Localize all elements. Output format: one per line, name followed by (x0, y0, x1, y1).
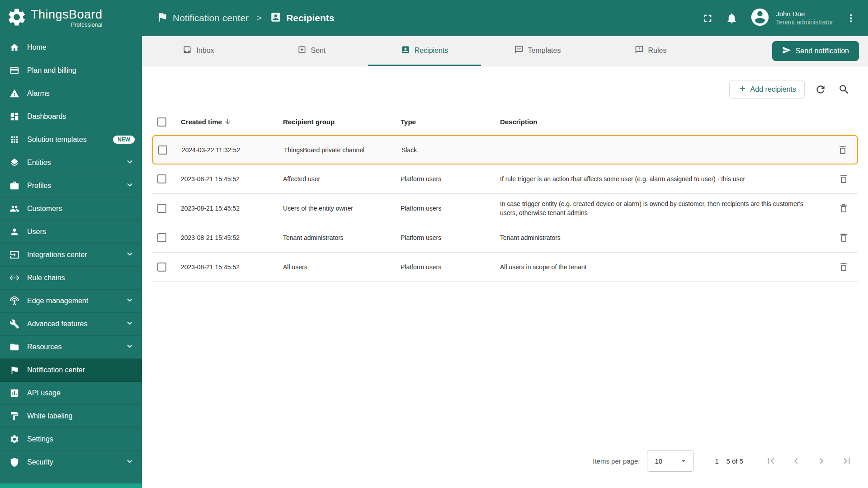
table-row[interactable]: 2023-08-21 15:45:52 Users of the entity … (152, 194, 858, 223)
breadcrumb-notification-center[interactable]: Notification center (156, 11, 249, 25)
thingsboard-logo-icon (6, 7, 27, 29)
cell-created-time: 2024-03-22 11:32:52 (182, 146, 284, 154)
cell-recipient-group: Tenant administrators (283, 234, 401, 241)
column-header-created-time[interactable]: Created time (181, 118, 283, 126)
select-all-checkbox[interactable] (157, 117, 166, 127)
recipients-panel: Add recipients Created time Recipient gr… (142, 66, 868, 488)
delete-icon[interactable] (835, 143, 850, 157)
row-checkbox[interactable] (157, 263, 166, 272)
sidebar-item-notification-center[interactable]: Notification center (0, 359, 142, 382)
gear-icon (9, 434, 20, 445)
sidebar-item-security[interactable]: Security (0, 451, 142, 474)
delete-icon[interactable] (836, 201, 851, 216)
sidebar-item-home[interactable]: Home (0, 36, 142, 59)
table-row[interactable]: 2024-03-22 11:32:52 ThingsBoard private … (152, 135, 858, 164)
refresh-icon[interactable] (813, 82, 828, 97)
input-icon (9, 249, 20, 260)
last-page-icon[interactable] (839, 453, 854, 469)
sidebar-item-label: Solution templates (27, 136, 106, 144)
sidebar-item-advanced-features[interactable]: Advanced features (0, 313, 142, 336)
tab-templates[interactable]: Templates (481, 36, 594, 66)
row-checkbox[interactable] (158, 145, 167, 155)
flag-icon (156, 11, 168, 25)
sidebar: ThingsBoard Professional Home Plan and b… (0, 0, 142, 488)
sidebar-item-label: Alarms (27, 89, 135, 98)
sidebar-item-label: Plan and billing (27, 66, 135, 75)
sidebar-item-label: Edge management (27, 297, 118, 305)
table-row[interactable]: 2023-08-21 15:45:52 All users Platform u… (152, 253, 858, 282)
cell-recipient-group: Affected user (283, 175, 401, 183)
home-icon (9, 42, 20, 53)
sidebar-item-label: Advanced features (27, 320, 118, 328)
person-icon (9, 226, 20, 237)
sidebar-item-dashboards[interactable]: Dashboards (0, 105, 142, 128)
user-menu[interactable]: John Doe Tenant administrator (750, 7, 833, 29)
items-per-page-select[interactable]: 10 (647, 450, 694, 472)
user-name: John Doe (776, 10, 833, 19)
templates-icon (514, 45, 524, 56)
sidebar-item-label: Users (27, 228, 135, 236)
table-row[interactable]: 2023-08-21 15:45:52 Affected user Platfo… (152, 164, 858, 194)
sidebar-item-rule-chains[interactable]: Rule chains (0, 267, 142, 290)
tab-label: Rules (648, 47, 667, 55)
sidebar-item-integrations-center[interactable]: Integrations center (0, 244, 142, 267)
tab-sent[interactable]: Sent (255, 36, 368, 66)
column-header-type[interactable]: Type (401, 118, 500, 126)
add-recipients-label: Add recipients (750, 85, 796, 94)
sidebar-item-solution-templates[interactable]: Solution templates NEW (0, 128, 142, 151)
flag-icon (9, 365, 20, 375)
first-page-icon[interactable] (763, 453, 778, 469)
delete-icon[interactable] (836, 230, 851, 245)
page-range-label: 1 – 5 of 5 (715, 457, 743, 465)
sidebar-scroll-indicator (0, 483, 142, 488)
sidebar-item-customers[interactable]: Customers (0, 197, 142, 221)
row-checkbox[interactable] (157, 174, 166, 183)
tools-icon (9, 319, 20, 329)
delete-icon[interactable] (836, 260, 851, 274)
new-badge: NEW (113, 136, 135, 144)
breadcrumb: Notification center > Recipients (156, 11, 334, 25)
tab-inbox[interactable]: Inbox (142, 36, 255, 66)
previous-page-icon[interactable] (788, 453, 804, 469)
tab-label: Sent (311, 47, 326, 55)
folder-icon (9, 342, 20, 352)
cell-description: If rule trigger is an action that affect… (500, 174, 829, 183)
column-header-recipient-group[interactable]: Recipient group (283, 118, 401, 126)
chevron-down-icon (125, 456, 135, 468)
fullscreen-icon[interactable] (702, 12, 714, 24)
send-notification-button[interactable]: Send notification (772, 41, 859, 61)
sidebar-item-resources[interactable]: Resources (0, 336, 142, 359)
breadcrumb-label: Recipients (286, 13, 334, 23)
sidebar-item-plan-billing[interactable]: Plan and billing (0, 59, 142, 82)
column-header-description[interactable]: Description (500, 118, 829, 126)
sidebar-item-label: Integrations center (27, 251, 118, 259)
chevron-down-icon (125, 249, 135, 261)
table-header-row: Created time Recipient group Type Descri… (152, 109, 858, 135)
row-checkbox[interactable] (157, 204, 166, 213)
brand-logo[interactable]: ThingsBoard Professional (0, 0, 142, 36)
sidebar-item-edge-management[interactable]: Edge management (0, 290, 142, 313)
rules-icon (635, 45, 644, 56)
sidebar-item-profiles[interactable]: Profiles (0, 174, 142, 197)
delete-icon[interactable] (836, 172, 851, 186)
add-recipients-button[interactable]: Add recipients (729, 80, 805, 99)
sidebar-item-alarms[interactable]: Alarms (0, 82, 142, 105)
sidebar-item-entities[interactable]: Entities (0, 151, 142, 174)
sidebar-item-api-usage[interactable]: API usage (0, 382, 142, 405)
tab-label: Templates (528, 47, 561, 55)
sidebar-item-users[interactable]: Users (0, 221, 142, 244)
sidebar-item-settings[interactable]: Settings (0, 428, 142, 451)
row-checkbox[interactable] (157, 233, 166, 242)
notifications-bell-icon[interactable] (726, 12, 738, 24)
next-page-icon[interactable] (814, 453, 829, 469)
cell-type: Platform users (401, 263, 500, 271)
breadcrumb-recipients[interactable]: Recipients (270, 11, 334, 25)
cell-description: All users in scope of the tenant (500, 263, 829, 272)
more-vert-icon[interactable] (845, 12, 857, 24)
tab-recipients[interactable]: Recipients (368, 36, 481, 66)
sidebar-item-white-labeling[interactable]: White labeling (0, 405, 142, 428)
tab-rules[interactable]: Rules (594, 36, 707, 66)
search-icon[interactable] (836, 82, 852, 97)
table-row[interactable]: 2023-08-21 15:45:52 Tenant administrator… (152, 223, 858, 253)
cell-recipient-group: ThingsBoard private channel (284, 146, 401, 154)
